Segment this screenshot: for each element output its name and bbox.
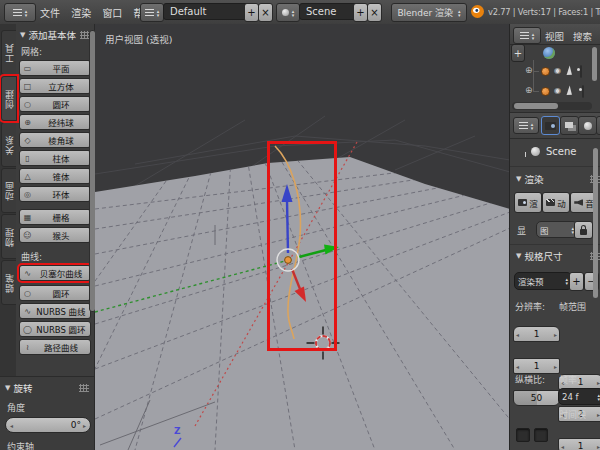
angle-label: 角度 bbox=[5, 395, 89, 417]
dimensions-panel-header[interactable]: ▼ 规格尺寸 bbox=[512, 249, 600, 263]
time-remap-label: 时间映 bbox=[559, 408, 586, 421]
add-nurbs-curve-button[interactable]: ∿NURBS 曲线 bbox=[19, 303, 91, 319]
properties-editor-icon bbox=[519, 122, 528, 129]
frame-step-field[interactable]: ◂1▸ bbox=[558, 438, 600, 450]
collapse-caret-icon: ▼ bbox=[5, 384, 10, 392]
frame-rate-label: 帧率: bbox=[559, 373, 580, 386]
add-primitive-panel-header[interactable]: ▼ 添加基本体 bbox=[16, 28, 94, 42]
scene-stats: v2.77 | Verts:17 | Faces:1 | Tris:2 bbox=[488, 7, 600, 17]
annotation-rectangle bbox=[267, 141, 337, 351]
rotation-panel-header[interactable]: ▼ 旋转 bbox=[5, 381, 89, 395]
outliner-search-menu[interactable]: 搜索 bbox=[573, 29, 592, 43]
add-bezier-curve-button[interactable]: ∿贝塞尔曲线 bbox=[19, 265, 91, 281]
add-plane-button[interactable]: ▭平面 bbox=[19, 60, 91, 76]
collapse-caret-icon: ▼ bbox=[20, 31, 25, 39]
object-data-icon[interactable] bbox=[541, 87, 550, 96]
add-cone-button[interactable]: △锥体 bbox=[19, 168, 91, 184]
resolution-y-field[interactable]: ◂1▸ bbox=[513, 358, 560, 374]
resolution-x-field[interactable]: ◂1▸ bbox=[513, 326, 560, 342]
shelf-tab-animation[interactable]: 动画 bbox=[1, 168, 17, 213]
shelf-tab-relations[interactable]: 关系 bbox=[1, 122, 17, 167]
tab-render-layers[interactable] bbox=[560, 116, 579, 135]
lock-interface-button[interactable] bbox=[574, 221, 593, 239]
outliner-view-menu[interactable]: 视图 bbox=[545, 29, 564, 43]
add-scene-button[interactable]: + bbox=[353, 3, 368, 22]
visibility-eye-icon[interactable]: ◉ bbox=[554, 87, 561, 95]
info-editor-type-button[interactable] bbox=[4, 3, 36, 22]
render-animation-button[interactable]: 动 bbox=[542, 192, 570, 213]
blender-window: 文件 渲染 窗口 帮助 Default + × Scene + × Blende… bbox=[0, 0, 600, 450]
add-circle-button[interactable]: ○圆环 bbox=[19, 96, 91, 112]
render-buttons-row: 渲 动 音 bbox=[514, 192, 598, 212]
add-torus-button[interactable]: ◎环体 bbox=[19, 186, 91, 202]
collapse-caret-icon: ▼ bbox=[516, 252, 521, 260]
redo-rotation-panel: ▼ 旋转 角度 ◂ 0° ▸ 约束轴 bbox=[0, 376, 95, 450]
scene-icon bbox=[282, 9, 289, 16]
screen-layout-select[interactable]: Default bbox=[163, 3, 255, 20]
z-axis-label: Z bbox=[174, 426, 181, 436]
outliner-hscrollbar-thumb[interactable] bbox=[514, 103, 558, 109]
scene-icon-button[interactable] bbox=[276, 3, 300, 22]
grid-icon: ▦ bbox=[23, 213, 32, 222]
add-grid-button[interactable]: ▦栅格 bbox=[19, 209, 91, 225]
screen-layout-icon bbox=[145, 9, 154, 16]
render-preset-select[interactable]: 渲染预 bbox=[514, 272, 572, 290]
add-preset-button[interactable]: + bbox=[569, 272, 584, 291]
close-layout-button[interactable]: × bbox=[258, 3, 273, 22]
add-uv-sphere-button[interactable]: ⊕经纬球 bbox=[19, 114, 91, 130]
tree-connector bbox=[533, 60, 534, 92]
render-engine-select[interactable]: Blender 渲染 bbox=[391, 3, 467, 22]
tab-render[interactable] bbox=[541, 116, 560, 135]
blender-logo-icon bbox=[470, 4, 485, 19]
renderability-camera-icon[interactable] bbox=[580, 65, 582, 78]
shelf-tab-grease-pencil[interactable]: 蜡笔 bbox=[1, 260, 17, 305]
world-icon bbox=[543, 47, 555, 59]
render-camera-icon bbox=[545, 122, 556, 130]
display-label: 显 bbox=[517, 224, 526, 237]
resolution-percentage-slider[interactable]: 50 bbox=[513, 390, 560, 406]
screen-layout-icon-button[interactable] bbox=[140, 3, 164, 22]
clapperboard-icon bbox=[546, 199, 555, 206]
menu-render[interactable]: 渲染 bbox=[67, 0, 95, 25]
panel-drag-dots-icon[interactable] bbox=[79, 384, 89, 392]
crop-checkbox[interactable] bbox=[534, 428, 548, 442]
menu-file[interactable]: 文件 bbox=[36, 0, 64, 25]
shelf-tab-create[interactable]: 创建 bbox=[1, 76, 17, 121]
breadcrumb-scene[interactable]: Scene bbox=[546, 146, 577, 157]
add-cylinder-button[interactable]: ▯柱体 bbox=[19, 150, 91, 166]
add-layout-button[interactable]: + bbox=[244, 3, 259, 22]
expand-icon[interactable]: ⊕ bbox=[525, 86, 533, 95]
display-mode-select[interactable]: 图 bbox=[536, 221, 578, 238]
shelf-tab-physics[interactable]: 物理 bbox=[1, 214, 17, 259]
render-still-button[interactable]: 渲 bbox=[514, 192, 542, 213]
bezier-curve-icon: ∿ bbox=[23, 269, 32, 278]
border-checkbox[interactable] bbox=[516, 428, 530, 442]
add-cube-button[interactable]: □立方体 bbox=[19, 78, 91, 94]
visibility-eye-icon[interactable]: ◉ bbox=[554, 67, 561, 75]
angle-slider[interactable]: ◂ 0° ▸ bbox=[5, 417, 91, 433]
stepper-right-icon[interactable]: ▸ bbox=[83, 422, 86, 429]
add-path-curve-button[interactable]: ≀路径曲线 bbox=[19, 339, 91, 355]
add-nurbs-circle-button[interactable]: ◯NURBS 圆环 bbox=[19, 321, 91, 337]
add-monkey-button[interactable]: ☺猴头 bbox=[19, 227, 91, 243]
expand-region-button[interactable]: + bbox=[511, 44, 525, 62]
shelf-tab-tools[interactable]: 工具 bbox=[1, 30, 17, 75]
expand-icon[interactable]: ⊕ bbox=[525, 66, 533, 75]
render-panel-header[interactable]: ▼ 渲染 bbox=[512, 172, 600, 186]
close-scene-button[interactable]: × bbox=[367, 3, 382, 22]
outliner-editor-type-button[interactable] bbox=[513, 27, 541, 44]
properties-editor-type-button[interactable] bbox=[513, 117, 539, 134]
chevron-updown-icon bbox=[25, 9, 28, 17]
add-ico-sphere-button[interactable]: ◇棱角球 bbox=[19, 132, 91, 148]
mesh-section-label: 网格: bbox=[16, 42, 94, 60]
outliner-vscrollbar[interactable] bbox=[592, 47, 597, 81]
scene-properties-icon bbox=[584, 122, 592, 130]
renderability-camera-icon[interactable] bbox=[582, 85, 584, 98]
tab-scene[interactable] bbox=[578, 116, 597, 135]
menu-window[interactable]: 窗口 bbox=[98, 0, 126, 25]
add-curve-circle-button[interactable]: ○圆环 bbox=[19, 285, 91, 301]
object-data-icon[interactable] bbox=[541, 67, 550, 76]
frame-rate-select[interactable]: 24 f bbox=[558, 388, 600, 405]
tab-world[interactable] bbox=[596, 116, 600, 135]
properties-scrollbar[interactable] bbox=[593, 148, 598, 298]
